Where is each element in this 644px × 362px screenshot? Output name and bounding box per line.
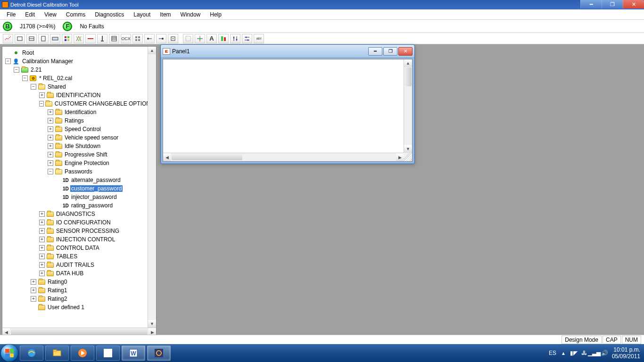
panel-maximize-button[interactable]: ❐ <box>383 47 397 56</box>
tree-altpwd[interactable]: 1Dalternate_password <box>3 176 155 184</box>
tool-7-icon[interactable] <box>74 34 84 43</box>
tree-root[interactable]: Root <box>3 49 155 57</box>
maximize-button[interactable]: ❐ <box>602 0 623 8</box>
tree-vertical-scrollbar[interactable]: ▲ ▼ <box>148 47 156 328</box>
collapse-icon[interactable]: − <box>48 169 53 174</box>
tree-injctrl[interactable]: +INJECTION CONTROL <box>3 235 155 244</box>
taskbar-mediaplayer[interactable] <box>71 346 94 361</box>
tree-datahub[interactable]: +DATA HUB <box>3 269 155 278</box>
tree-identification[interactable]: +Identification <box>3 108 155 116</box>
tree-progshift[interactable]: +Progressive Shift <box>3 150 155 159</box>
menu-item[interactable]: Item <box>155 10 175 19</box>
menu-help[interactable]: Help <box>205 10 226 19</box>
tree-custpwd[interactable]: 1Dcustomer_password <box>3 184 155 193</box>
panel1-titlebar[interactable]: ◧ Panel1 ━ ❐ ✕ <box>161 45 414 58</box>
scrollbar-thumb[interactable] <box>405 67 412 86</box>
expand-icon[interactable]: + <box>39 254 45 259</box>
tool-3-icon[interactable] <box>26 34 37 43</box>
tree-rating2[interactable]: +Rating2 <box>3 295 155 303</box>
tool-8-icon[interactable] <box>85 34 96 43</box>
panel-vertical-scrollbar[interactable]: ▲ ▼ <box>404 59 412 153</box>
collapse-icon[interactable]: − <box>39 101 44 107</box>
panel1-window[interactable]: ◧ Panel1 ━ ❐ ✕ ▲ ▼ ◀ ▶ <box>160 44 415 164</box>
tool-14-icon[interactable] <box>156 34 166 43</box>
menu-window[interactable]: Window <box>176 10 206 19</box>
menu-edit[interactable]: Edit <box>20 10 40 19</box>
tree-shared[interactable]: −Shared <box>3 82 155 91</box>
tree-calmgr[interactable]: −👤Calibration Manager <box>3 57 155 66</box>
expand-icon[interactable]: + <box>39 228 45 234</box>
volume-icon[interactable]: 🔊 <box>602 350 608 356</box>
tool-chart-icon[interactable] <box>3 34 13 43</box>
tree-rating1[interactable]: +Rating1 <box>3 286 155 295</box>
network-icon[interactable]: 🖧 <box>581 350 587 356</box>
panel-close-button[interactable]: ✕ <box>398 47 413 56</box>
tool-17-icon[interactable] <box>195 34 205 43</box>
scroll-left-icon[interactable]: ◀ <box>163 153 171 161</box>
flag-icon[interactable]: ▮◤ <box>570 350 577 356</box>
expand-icon[interactable]: + <box>48 126 53 132</box>
tree-audit[interactable]: +AUDIT TRAILS <box>3 261 155 269</box>
menu-view[interactable]: View <box>40 10 61 19</box>
tool-16-icon[interactable] <box>183 34 193 43</box>
tree-ctrldata[interactable]: +CONTROL DATA <box>3 244 155 252</box>
tree-rating0[interactable]: +Rating0 <box>3 278 155 286</box>
expand-icon[interactable]: + <box>39 262 45 268</box>
expand-icon[interactable]: + <box>31 288 36 293</box>
tree-identification-caps[interactable]: +IDENTIFICATION <box>3 91 155 99</box>
collapse-icon[interactable]: − <box>22 75 28 81</box>
tool-13-icon[interactable] <box>144 34 155 43</box>
tool-5-icon[interactable] <box>50 34 60 43</box>
scroll-down-icon[interactable]: ▼ <box>404 145 412 153</box>
tool-6-icon[interactable] <box>62 34 72 43</box>
menu-layout[interactable]: Layout <box>129 10 155 19</box>
tool-label-icon[interactable]: abl <box>254 34 264 43</box>
tree-rel02[interactable]: −⚙* REL_02.cal <box>3 74 155 82</box>
tree-idle[interactable]: +Idle Shutdown <box>3 142 155 150</box>
expand-icon[interactable]: + <box>39 271 45 276</box>
expand-icon[interactable]: + <box>39 220 45 225</box>
tool-15-icon[interactable] <box>168 34 178 43</box>
menu-comms[interactable]: Comms <box>61 10 90 19</box>
tool-4-icon[interactable] <box>38 34 49 43</box>
tree-userdef1[interactable]: User defined 1 <box>3 303 155 312</box>
tree-custopts[interactable]: −CUSTOMER CHANGEABLE OPTIONS <box>3 99 155 108</box>
expand-icon[interactable]: + <box>31 296 36 302</box>
tree-ratpwd[interactable]: 1Drating_password <box>3 201 155 210</box>
expand-icon[interactable]: + <box>39 245 45 251</box>
collapse-icon[interactable]: − <box>14 67 19 73</box>
tree-injpwd[interactable]: 1Dinjector_password <box>3 193 155 201</box>
tool-text-icon[interactable]: A <box>206 34 217 43</box>
taskbar-ddct[interactable] <box>147 346 171 361</box>
tree-sensor[interactable]: +SENSOR PROCESSING <box>3 227 155 235</box>
scroll-right-icon[interactable]: ▶ <box>396 153 404 161</box>
expand-icon[interactable]: + <box>39 92 45 98</box>
tree-tables[interactable]: +TABLES <box>3 252 155 261</box>
scrollbar-thumb[interactable] <box>172 154 242 160</box>
expand-icon[interactable]: + <box>48 109 53 115</box>
start-button[interactable] <box>0 344 19 362</box>
taskbar-clock[interactable]: 10:01 p.m. 05/09/2011 <box>612 346 640 360</box>
panel-minimize-button[interactable]: ━ <box>368 47 382 56</box>
scroll-up-icon[interactable]: ▲ <box>148 47 156 54</box>
expand-icon[interactable]: + <box>48 152 53 157</box>
tool-10-icon[interactable] <box>109 34 119 43</box>
tool-20-icon[interactable] <box>230 34 240 43</box>
tool-12-icon[interactable] <box>132 34 143 43</box>
tree-diag[interactable]: +DIAGNOSTICS <box>3 210 155 218</box>
expand-icon[interactable]: + <box>48 135 53 140</box>
tool-rect-icon[interactable] <box>15 34 25 43</box>
scroll-down-icon[interactable]: ▼ <box>148 320 156 328</box>
expand-icon[interactable]: + <box>48 160 53 166</box>
expand-icon[interactable]: + <box>48 118 53 123</box>
collapse-icon[interactable]: − <box>5 58 11 64</box>
menu-diagnostics[interactable]: Diagnostics <box>90 10 129 19</box>
tool-ocx-icon[interactable]: OCX <box>121 34 131 43</box>
taskbar-explorer[interactable] <box>45 346 69 361</box>
tree-ioconfig[interactable]: +IO CONFIGURATION <box>3 218 155 227</box>
expand-icon[interactable]: + <box>39 211 45 217</box>
taskbar-ie[interactable] <box>20 346 43 361</box>
expand-icon[interactable]: + <box>39 237 45 242</box>
tool-19-icon[interactable] <box>218 34 229 43</box>
tree-passwords[interactable]: −Passwords <box>3 167 155 176</box>
